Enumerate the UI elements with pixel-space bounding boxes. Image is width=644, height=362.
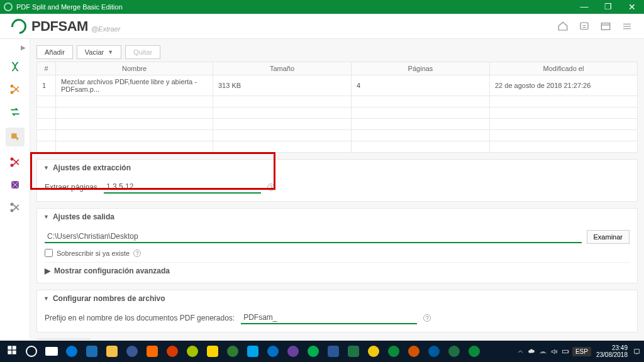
language-indicator[interactable]: ESP xyxy=(572,347,591,356)
svg-rect-12 xyxy=(13,351,16,354)
col-modified[interactable]: Modificado el xyxy=(490,62,638,75)
add-button[interactable]: Añadir xyxy=(36,45,73,59)
taskbar-app[interactable] xyxy=(162,343,182,360)
log-icon[interactable] xyxy=(595,16,616,37)
start-button[interactable] xyxy=(3,345,21,358)
filenames-title: Configurar nombres de archivo xyxy=(53,294,165,303)
taskbar-app[interactable] xyxy=(404,343,424,360)
col-name[interactable]: Nombre xyxy=(56,62,213,75)
taskbar-pdfsam[interactable] xyxy=(464,343,484,360)
taskbar-app[interactable] xyxy=(263,343,283,360)
split-size-icon[interactable] xyxy=(8,200,22,214)
clock[interactable]: 23:49 23/08/2018 xyxy=(596,344,628,358)
svg-point-2 xyxy=(10,85,13,88)
taskbar-app[interactable] xyxy=(424,343,444,360)
split-bookmarks-icon[interactable] xyxy=(8,155,22,169)
taskbar-app[interactable] xyxy=(384,343,404,360)
taskbar-app[interactable] xyxy=(303,343,323,360)
prefix-label: Prefijo en el nombre de los documentos P… xyxy=(45,314,235,322)
help-icon[interactable]: ? xyxy=(267,184,275,191)
execute-button[interactable]: Ejecutar xyxy=(36,339,91,339)
menu-icon[interactable] xyxy=(616,16,638,37)
svg-rect-11 xyxy=(8,351,11,354)
remove-button[interactable]: Quitar xyxy=(125,45,160,59)
sidebar-expand-icon[interactable]: ▶ xyxy=(21,44,26,51)
svg-rect-0 xyxy=(580,23,588,30)
help-icon[interactable]: ? xyxy=(133,250,141,257)
taskbar-app[interactable] xyxy=(142,343,162,360)
merge-icon[interactable] xyxy=(8,60,22,74)
app-icon xyxy=(4,3,13,11)
svg-rect-13 xyxy=(563,350,569,353)
tray-notifications-icon[interactable] xyxy=(631,346,641,356)
output-title: Ajustes de salida xyxy=(53,212,114,221)
split-icon[interactable] xyxy=(8,82,22,96)
extract-panel: ▼Ajustes de extracción Extraer páginas ? xyxy=(36,159,638,202)
col-pages[interactable]: Páginas xyxy=(352,62,490,75)
svg-point-7 xyxy=(10,203,13,206)
logo-text: PDFSAM xyxy=(31,18,88,35)
tray-battery-icon[interactable] xyxy=(561,346,571,356)
browse-button[interactable]: Examinar xyxy=(587,230,630,244)
file-table: # Nombre Tamaño Páginas Modificado el 1 … xyxy=(36,62,638,153)
taskbar-explorer[interactable] xyxy=(102,343,122,360)
window-title: PDF Split and Merge Basic Edition xyxy=(16,3,572,11)
taskbar-store[interactable] xyxy=(82,343,102,360)
rotate-icon[interactable] xyxy=(8,178,22,192)
tray-network-icon[interactable] xyxy=(538,346,548,356)
tray-volume-icon[interactable] xyxy=(550,346,560,356)
taskbar-cortana[interactable] xyxy=(21,343,42,360)
taskbar-app[interactable] xyxy=(203,343,223,360)
breadcrumb: @Extraer xyxy=(91,25,121,33)
svg-rect-9 xyxy=(8,346,11,349)
taskbar-app[interactable] xyxy=(283,343,303,360)
taskbar-edge[interactable] xyxy=(62,343,82,360)
svg-rect-10 xyxy=(13,346,16,349)
col-size[interactable]: Tamaño xyxy=(213,62,352,75)
extract-pages-input[interactable] xyxy=(104,181,261,194)
tray-onedrive-icon[interactable] xyxy=(527,346,537,356)
taskbar-app[interactable] xyxy=(243,343,263,360)
clear-button[interactable]: Vaciar▼ xyxy=(77,45,121,59)
help-icon[interactable]: ? xyxy=(423,314,431,322)
taskbar-app[interactable] xyxy=(444,343,464,360)
maximize-button[interactable]: ❐ xyxy=(596,0,620,14)
output-panel: ▼Ajustes de salida Examinar Sobrescribir… xyxy=(36,208,638,283)
overwrite-checkbox[interactable] xyxy=(45,249,53,257)
home-icon[interactable] xyxy=(552,16,574,37)
svg-point-8 xyxy=(10,209,13,212)
svg-rect-14 xyxy=(569,351,569,352)
news-icon[interactable] xyxy=(574,16,595,37)
svg-point-3 xyxy=(10,91,13,94)
prefix-input[interactable] xyxy=(241,312,417,324)
system-tray[interactable]: ESP 23:49 23/08/2018 xyxy=(516,344,641,358)
extract-label: Extraer páginas xyxy=(45,183,97,192)
svg-point-5 xyxy=(10,164,13,167)
svg-rect-1 xyxy=(601,23,610,30)
sidebar: ▶ xyxy=(0,39,30,339)
advanced-toggle[interactable]: Mostrar configuración avanzada xyxy=(54,266,170,275)
tray-up-icon[interactable] xyxy=(516,346,526,356)
extract-icon[interactable] xyxy=(6,128,25,146)
svg-point-4 xyxy=(10,158,13,161)
taskbar-app[interactable] xyxy=(223,343,243,360)
logo-icon xyxy=(8,16,30,37)
col-index[interactable]: # xyxy=(37,62,56,75)
close-button[interactable]: ✕ xyxy=(620,0,644,14)
taskbar-app[interactable] xyxy=(122,343,142,360)
taskbar-app[interactable] xyxy=(323,343,343,360)
taskbar-app[interactable] xyxy=(364,343,384,360)
minimize-button[interactable]: — xyxy=(572,0,596,14)
taskbar-app[interactable] xyxy=(343,343,364,360)
output-path-input[interactable] xyxy=(45,231,582,243)
alternate-icon[interactable] xyxy=(8,105,22,119)
svg-rect-15 xyxy=(634,349,639,353)
taskbar-taskview[interactable] xyxy=(42,343,62,360)
filenames-panel: ▼Configurar nombres de archivo Prefijo e… xyxy=(36,290,638,332)
extract-title: Ajustes de extracción xyxy=(53,163,131,172)
windows-taskbar[interactable]: ESP 23:49 23/08/2018 xyxy=(0,341,644,362)
taskbar-app[interactable] xyxy=(182,343,203,360)
table-row[interactable]: 1 Mezclar archivos PDF,fuente libre y ab… xyxy=(37,75,638,96)
overwrite-label: Sobrescribir si ya existe xyxy=(57,250,130,257)
